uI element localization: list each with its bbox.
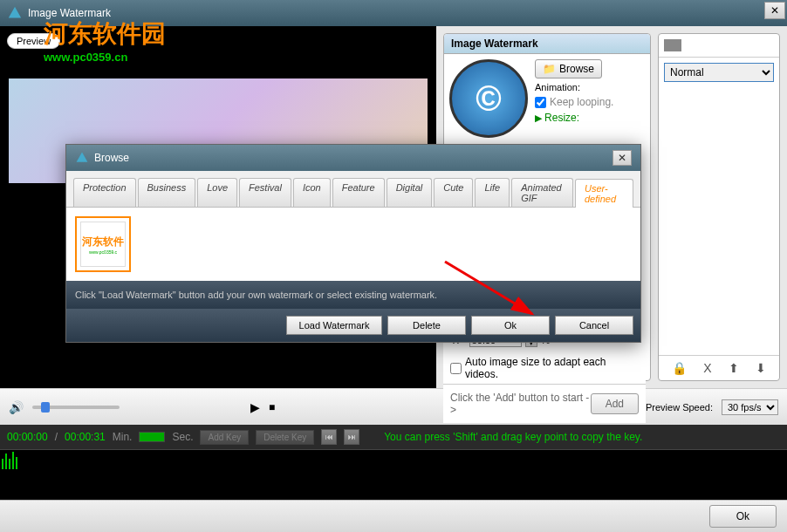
timeline-bar: 00:00:00 / 00:00:31 Min. Sec. Add Key De… bbox=[0, 425, 787, 449]
main-ok-button[interactable]: Ok bbox=[709, 505, 777, 528]
watermark-thumbnail: © bbox=[449, 59, 528, 138]
lock-icon[interactable]: 🔒 bbox=[672, 361, 687, 375]
tab-business[interactable]: Business bbox=[138, 178, 196, 207]
tab-animated-gif[interactable]: Animated GIF bbox=[511, 178, 573, 207]
dialog-ok-button[interactable]: Ok bbox=[471, 316, 550, 335]
folder-icon: 📁 bbox=[543, 63, 556, 75]
tab-protection[interactable]: Protection bbox=[73, 178, 136, 207]
blend-mode-select[interactable]: Normal bbox=[664, 63, 774, 82]
browse-dialog: Browse ✕ ProtectionBusinessLoveFestivalI… bbox=[65, 144, 641, 343]
tab-user-defined[interactable]: User-defined bbox=[575, 179, 633, 208]
dialog-hint: Click "Load Watermark" button add your o… bbox=[66, 281, 640, 309]
watermark-thumb-item[interactable]: 河东软件 www.pc0359.c bbox=[75, 216, 131, 272]
next-key-button[interactable]: ⏭ bbox=[344, 429, 359, 445]
speaker-icon[interactable]: 🔊 bbox=[9, 400, 24, 414]
delete-layer-icon[interactable]: X bbox=[703, 361, 711, 375]
svg-marker-0 bbox=[9, 7, 21, 18]
add-hint: Click the 'Add' button to start -> bbox=[450, 392, 591, 416]
volume-slider[interactable] bbox=[32, 406, 120, 409]
keep-looping-checkbox[interactable]: Keep looping. bbox=[535, 96, 645, 108]
layers-icon bbox=[664, 39, 681, 51]
tab-content: 河东软件 www.pc0359.c bbox=[66, 207, 640, 281]
time-current: 00:00:00 bbox=[7, 431, 48, 443]
time-duration: 00:00:31 bbox=[65, 431, 106, 443]
add-key-button[interactable]: Add Key bbox=[200, 430, 249, 445]
playback-bar: 🔊 ▶ ■ Preview Speed: 30 fps/s bbox=[0, 388, 787, 425]
svg-marker-1 bbox=[77, 153, 88, 162]
tab-icon[interactable]: Icon bbox=[293, 178, 331, 207]
app-logo-icon bbox=[7, 5, 23, 21]
move-down-icon[interactable]: ⬇ bbox=[756, 361, 766, 375]
load-watermark-button[interactable]: Load Watermark bbox=[286, 316, 382, 335]
dialog-delete-button[interactable]: Delete bbox=[387, 316, 466, 335]
window-close-button[interactable]: ✕ bbox=[764, 2, 785, 19]
add-button[interactable]: Add bbox=[591, 393, 639, 414]
timeline-track[interactable] bbox=[0, 449, 787, 500]
dialog-title: Browse bbox=[94, 152, 129, 164]
dialog-close-button[interactable]: ✕ bbox=[612, 150, 632, 166]
delete-key-button[interactable]: Delete Key bbox=[256, 430, 314, 445]
resize-link[interactable]: ▶ Resize: bbox=[535, 112, 645, 124]
move-up-icon[interactable]: ⬆ bbox=[729, 361, 739, 375]
speed-label: Preview Speed: bbox=[646, 402, 713, 413]
level-indicator bbox=[139, 432, 165, 442]
overlay-watermark: 河东软件园 www.pc0359.cn bbox=[44, 17, 166, 64]
speed-select[interactable]: 30 fps/s bbox=[722, 399, 778, 415]
dialog-cancel-button[interactable]: Cancel bbox=[555, 316, 633, 335]
tab-digital[interactable]: Digital bbox=[387, 178, 433, 207]
dialog-logo-icon bbox=[75, 151, 89, 165]
auto-size-checkbox[interactable]: Auto image size to adapt each videos. bbox=[443, 352, 646, 384]
tab-life[interactable]: Life bbox=[475, 178, 510, 207]
tab-feature[interactable]: Feature bbox=[332, 178, 385, 207]
stop-button[interactable]: ■ bbox=[269, 401, 275, 413]
browse-button[interactable]: 📁 Browse bbox=[535, 59, 602, 78]
close-icon: ✕ bbox=[770, 4, 779, 17]
bottom-bar: Ok bbox=[0, 500, 787, 532]
tab-love[interactable]: Love bbox=[197, 178, 237, 207]
layers-header bbox=[659, 34, 779, 58]
animation-label: Animation: bbox=[535, 82, 645, 92]
overlay-title: 河东软件园 bbox=[44, 17, 166, 51]
dialog-titlebar: Browse ✕ bbox=[66, 145, 640, 171]
overlay-url: www.pc0359.cn bbox=[44, 51, 166, 64]
timeline-hint: You can press 'Shift' and drag key point… bbox=[384, 431, 642, 443]
tab-festival[interactable]: Festival bbox=[239, 178, 291, 207]
prev-key-button[interactable]: ⏮ bbox=[321, 429, 337, 445]
layers-panel: Normal 🔒 X ⬆ ⬇ bbox=[658, 33, 780, 381]
play-button[interactable]: ▶ bbox=[250, 400, 260, 414]
watermark-header: Image Watermark bbox=[444, 34, 650, 54]
dialog-tabs: ProtectionBusinessLoveFestivalIconFeatur… bbox=[66, 171, 640, 207]
tab-cute[interactable]: Cute bbox=[434, 178, 473, 207]
